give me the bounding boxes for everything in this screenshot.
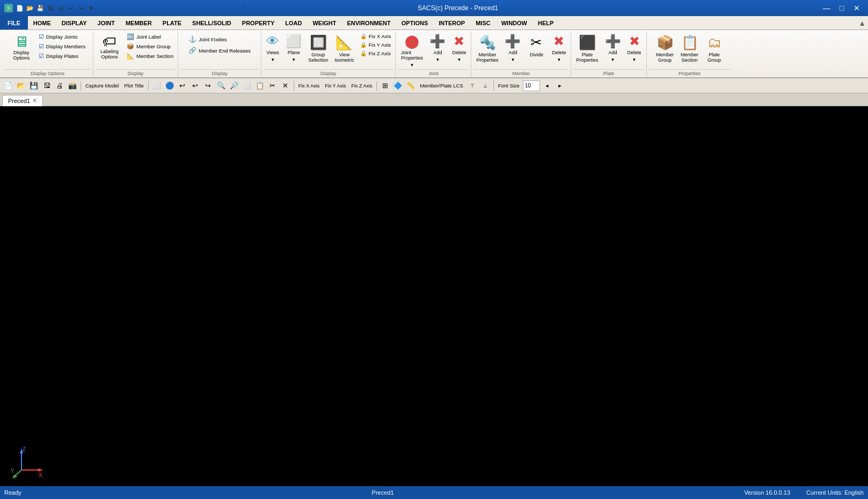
menu-weight[interactable]: WEIGHT: [307, 16, 341, 30]
menu-misc[interactable]: MISC: [470, 16, 496, 30]
member-section-prop-button[interactable]: 📋 MemberSection: [678, 32, 702, 65]
joint-delete-dropdown[interactable]: ▼: [452, 57, 466, 63]
joint-fixities-button[interactable]: ⚓ Joint Fixities: [186, 34, 253, 44]
member-end-releases-button[interactable]: 🔗 Member End Releases: [186, 46, 253, 55]
joint-add-top[interactable]: ➕ Add: [427, 32, 448, 57]
tb-lcs2[interactable]: ⊥: [479, 80, 491, 92]
menu-help[interactable]: HELP: [533, 16, 559, 30]
menu-window[interactable]: WINDOW: [496, 16, 533, 30]
qat-print[interactable]: 🖨: [56, 3, 65, 13]
member-group-label: Member: [473, 69, 568, 77]
display-joints-checkbox[interactable]: ☑ Display Joints: [37, 32, 87, 41]
member-add-dropdown[interactable]: ▼: [506, 57, 520, 63]
minimize-button[interactable]: —: [820, 3, 834, 13]
close-button[interactable]: ✕: [850, 3, 864, 13]
tb-undo[interactable]: ↩: [189, 80, 201, 92]
menu-options[interactable]: OPTIONS: [396, 16, 434, 30]
view-isometric-button[interactable]: 📐 ViewIsometric: [332, 32, 357, 65]
member-divide-button[interactable]: ✂ Divide: [524, 32, 548, 60]
tb-redo[interactable]: ↪: [202, 80, 214, 92]
tb-grid[interactable]: ⊞: [379, 80, 391, 92]
group-selection-button[interactable]: 🔲 GroupSelection: [305, 32, 331, 65]
menu-display[interactable]: DISPLAY: [56, 16, 92, 30]
tb-saveas[interactable]: 🖫: [41, 80, 53, 92]
views-button-top[interactable]: 👁 Views: [264, 32, 282, 57]
font-size-input[interactable]: [523, 80, 540, 91]
tab-preced1[interactable]: Preced1 ✕: [2, 95, 43, 106]
tb-font-dec[interactable]: ◄: [541, 80, 553, 92]
menu-environment[interactable]: ENVIRONMENT: [341, 16, 396, 30]
menu-interop[interactable]: INTEROP: [433, 16, 470, 30]
joint-properties-dropdown[interactable]: ▼: [405, 62, 419, 68]
menu-load[interactable]: LOAD: [280, 16, 307, 30]
display-options-button[interactable]: 🖥 DisplayOptions: [8, 32, 35, 63]
plate-add-label: Add: [609, 50, 617, 55]
tb-cut[interactable]: ✂: [267, 80, 279, 92]
qat-open[interactable]: 📂: [25, 3, 35, 13]
fix-y-axis-button[interactable]: 🔒 Fix Y Axis: [358, 41, 393, 49]
qat-undo[interactable]: ↩: [66, 3, 76, 13]
menu-property[interactable]: PROPERTY: [237, 16, 280, 30]
tb-zoom-fit[interactable]: ⬜: [241, 80, 253, 92]
qat-redo[interactable]: ↪: [76, 3, 86, 13]
qat-more[interactable]: ▼: [86, 3, 96, 13]
joint-delete-top[interactable]: ✖ Delete: [449, 32, 469, 57]
qat-save2[interactable]: 🖫: [46, 3, 55, 13]
qat-new[interactable]: 📄: [15, 3, 25, 13]
labeling-options-button[interactable]: 🏷 LabelingOptions: [96, 32, 123, 62]
fix-z-axis-button[interactable]: 🔒 Fix Z Axis: [358, 49, 393, 57]
plate-properties-button[interactable]: ⬛ PlateProperties: [573, 32, 601, 65]
plate-add-dropdown[interactable]: ▼: [606, 57, 620, 63]
member-section-icon: 📐: [127, 53, 134, 60]
tb-zoom-out[interactable]: 🔎: [228, 80, 240, 92]
plate-add-top[interactable]: ➕ Add: [602, 32, 624, 57]
joint-add-dropdown[interactable]: ▼: [431, 57, 444, 63]
plate-delete-dropdown[interactable]: ▼: [628, 57, 641, 63]
tb-copy[interactable]: 📋: [254, 80, 266, 92]
joint-properties-top[interactable]: ⬤ JointProperties: [398, 32, 426, 62]
member-group-button[interactable]: 📦 Member Group: [125, 42, 176, 51]
plate-delete-top[interactable]: ✖ Delete: [625, 32, 644, 57]
member-delete-top[interactable]: ✖ Delete: [549, 32, 568, 57]
tb-fix-x[interactable]: Fix X Axis: [296, 80, 322, 92]
member-section-button[interactable]: 📐 Member Section: [125, 52, 176, 61]
tb-zoom-in[interactable]: 🔍: [215, 80, 227, 92]
menu-joint[interactable]: JOINT: [92, 16, 120, 30]
menu-member[interactable]: MEMBER: [120, 16, 157, 30]
menu-plate[interactable]: PLATE: [157, 16, 187, 30]
member-add-top[interactable]: ➕ Add: [502, 32, 523, 57]
tb-delete[interactable]: ✕: [280, 80, 291, 92]
tb-new[interactable]: 📄: [2, 80, 14, 92]
qat-save[interactable]: 💾: [35, 3, 45, 13]
fix-x-axis-button[interactable]: 🔒 Fix X Axis: [358, 32, 393, 40]
tb-print[interactable]: 🖨: [54, 80, 65, 92]
views-button-dropdown[interactable]: ▼: [266, 57, 280, 63]
menu-file[interactable]: FILE: [0, 16, 28, 30]
tb-snap[interactable]: 🔷: [392, 80, 404, 92]
tb-capture[interactable]: 📸: [67, 80, 78, 92]
tab-preced1-close[interactable]: ✕: [32, 97, 37, 104]
tb-select-rect[interactable]: ⬜: [151, 80, 163, 92]
plane-button-top[interactable]: ⬜ Plane: [283, 32, 304, 57]
tb-lcs1[interactable]: ⊤: [466, 80, 478, 92]
member-group-prop-button[interactable]: 📦 MemberGroup: [653, 32, 677, 65]
display-plates-checkbox[interactable]: ☑ Display Plates: [37, 52, 87, 61]
maximize-button[interactable]: □: [835, 3, 849, 13]
display-members-checkbox[interactable]: ☑ Display Members: [37, 42, 87, 51]
tb-open[interactable]: 📂: [15, 80, 27, 92]
tb-fix-y[interactable]: Fix Y Axis: [323, 80, 348, 92]
tb-measure[interactable]: 📏: [405, 80, 417, 92]
member-delete-dropdown[interactable]: ▼: [552, 57, 566, 63]
ribbon-collapse-icon[interactable]: ▲: [858, 19, 866, 27]
plate-group-prop-button[interactable]: 🗂 PlateGroup: [703, 32, 726, 65]
tb-font-inc[interactable]: ►: [554, 80, 566, 92]
member-properties-button[interactable]: 🔩 MemberProperties: [473, 32, 501, 65]
joint-label-button[interactable]: 🔤 Joint Label: [125, 32, 176, 41]
menu-home[interactable]: HOME: [28, 16, 56, 30]
tb-select-all[interactable]: 🔵: [164, 80, 176, 92]
tb-fix-z[interactable]: Fix Z Axis: [349, 80, 374, 92]
tb-deselect[interactable]: ↩: [177, 80, 188, 92]
plane-button-dropdown[interactable]: ▼: [287, 57, 301, 63]
tb-save[interactable]: 💾: [28, 80, 40, 92]
menu-shell-solid[interactable]: SHELL/SOLID: [187, 16, 237, 30]
